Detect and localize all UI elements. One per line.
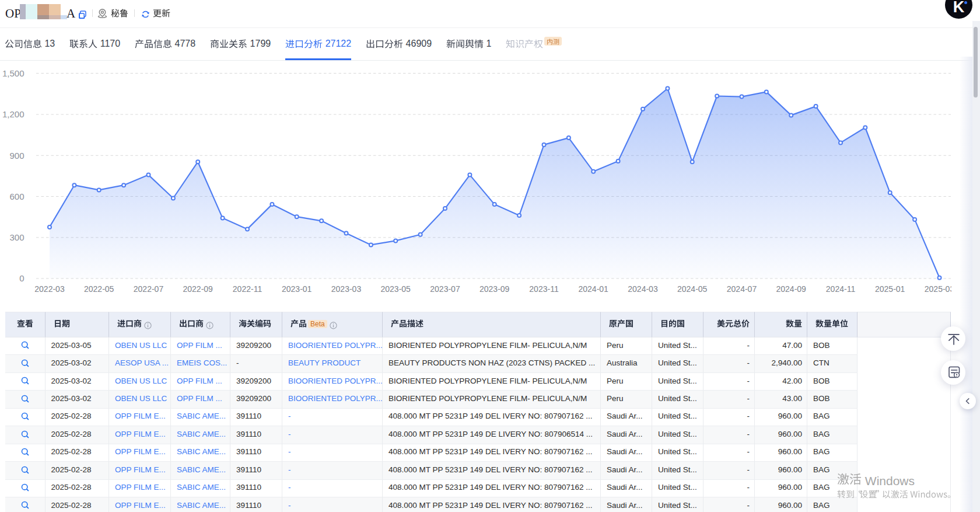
svg-text:2024-07: 2024-07 <box>727 284 757 294</box>
svg-text:300: 300 <box>9 232 24 242</box>
svg-text:0: 0 <box>19 273 24 283</box>
svg-text:2023-07: 2023-07 <box>430 284 460 294</box>
svg-text:2022-11: 2022-11 <box>233 284 262 294</box>
svg-text:2022-07: 2022-07 <box>134 284 164 294</box>
svg-text:2024-09: 2024-09 <box>776 284 807 294</box>
svg-text:2023-05: 2023-05 <box>381 284 411 294</box>
svg-text:2024-11: 2024-11 <box>826 284 856 294</box>
svg-text:600: 600 <box>9 191 24 201</box>
svg-text:2024-05: 2024-05 <box>677 284 708 294</box>
svg-text:2023-11: 2023-11 <box>529 284 559 294</box>
svg-text:1,200: 1,200 <box>2 109 24 119</box>
svg-text:2022-09: 2022-09 <box>183 284 214 294</box>
svg-text:2025-03: 2025-03 <box>925 284 951 294</box>
svg-text:2023-09: 2023-09 <box>480 284 510 294</box>
svg-text:2025-01: 2025-01 <box>875 284 905 294</box>
svg-text:2024-03: 2024-03 <box>628 284 658 294</box>
svg-text:2023-01: 2023-01 <box>282 284 312 294</box>
svg-text:1,500: 1,500 <box>2 68 24 78</box>
svg-text:2022-03: 2022-03 <box>34 284 65 294</box>
svg-text:900: 900 <box>9 151 24 161</box>
svg-text:2023-03: 2023-03 <box>331 284 362 294</box>
svg-text:2022-05: 2022-05 <box>84 284 114 294</box>
svg-text:2024-01: 2024-01 <box>579 284 609 294</box>
